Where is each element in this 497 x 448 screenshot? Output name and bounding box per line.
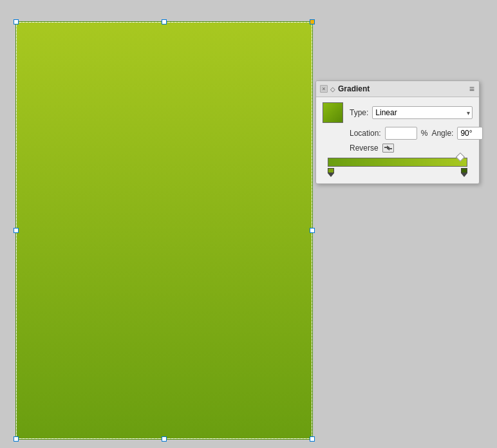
gradient-slider-track[interactable] [328, 158, 467, 167]
selection-border [16, 22, 312, 439]
reverse-row: Reverse [323, 144, 473, 153]
panel-collapse-button[interactable]: ◇ [330, 86, 335, 93]
gradient-rectangle[interactable] [16, 22, 312, 439]
type-select[interactable]: Linear Radial Angular Reflected Diamond [372, 106, 473, 119]
stop-arrow-right [461, 173, 467, 177]
type-select-wrapper: Linear Radial Angular Reflected Diamond … [372, 106, 473, 119]
gradient-rect-wrapper [16, 22, 312, 439]
gradient-slider-area [323, 158, 473, 167]
gradient-panel: × ◇ Gradient ≡ Type: Linear Radial Angul… [315, 80, 480, 184]
gradient-stop-left[interactable] [328, 168, 334, 177]
panel-menu-button[interactable]: ≡ [469, 84, 475, 94]
close-icon: × [322, 86, 325, 92]
color-preview-swatch[interactable] [323, 102, 343, 123]
reverse-icon-left [382, 144, 394, 153]
panel-title-left: × ◇ Gradient [320, 84, 370, 93]
percent-sign: % [421, 129, 428, 138]
reverse-arrows-icon [384, 145, 393, 151]
type-label: Type: [350, 108, 368, 117]
panel-titlebar: × ◇ Gradient ≡ [316, 81, 479, 97]
handle-middle-right[interactable] [310, 228, 315, 233]
type-field-group: Type: Linear Radial Angular Reflected Di… [350, 106, 473, 119]
reverse-label: Reverse [350, 144, 379, 153]
handle-middle-left[interactable] [14, 228, 19, 233]
slider-container [325, 158, 470, 167]
angle-input[interactable]: 90° [457, 127, 483, 140]
type-row: Type: Linear Radial Angular Reflected Di… [323, 102, 473, 123]
reverse-button[interactable] [382, 144, 394, 153]
handle-top-left[interactable] [14, 19, 19, 24]
gradient-stop-right[interactable] [461, 168, 467, 177]
angle-label: Angle: [431, 129, 453, 138]
panel-close-button[interactable]: × [320, 85, 328, 93]
panel-body: Type: Linear Radial Angular Reflected Di… [316, 97, 479, 183]
handle-top-right[interactable] [310, 19, 315, 24]
handle-top-center[interactable] [162, 19, 167, 24]
canvas-area [0, 0, 328, 448]
stop-color-right [461, 168, 467, 173]
handle-bottom-right[interactable] [310, 436, 315, 442]
location-angle-row: Location: % Angle: 90° [323, 127, 473, 140]
stop-color-left [328, 168, 334, 173]
handle-bottom-left[interactable] [14, 436, 19, 442]
location-label: Location: [350, 129, 381, 138]
stop-arrow-left [328, 173, 334, 177]
handle-bottom-center[interactable] [162, 436, 167, 442]
panel-title: Gradient [338, 84, 370, 93]
location-input[interactable] [385, 127, 417, 140]
